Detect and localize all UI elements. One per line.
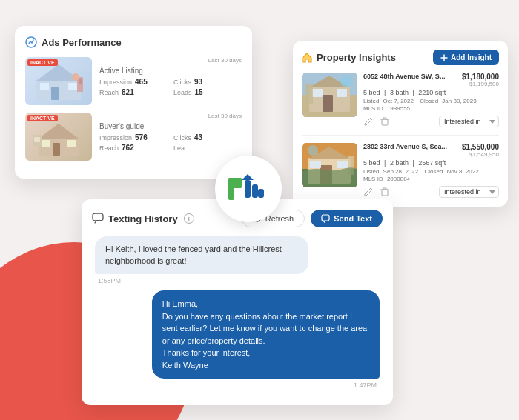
clicks-label-1: Clicks	[173, 79, 191, 86]
plus-icon	[440, 54, 448, 61]
svg-rect-40	[337, 161, 348, 168]
send-text-button[interactable]: Send Text	[311, 210, 383, 227]
interest-select-1[interactable]: Interested in Not Interested Maybe	[439, 116, 499, 127]
property-listing-2: 2802 33rd Avenue S, Sea... $1,550,000 $1…	[302, 143, 499, 198]
stats-period-2: Last 30 days	[99, 113, 242, 119]
reach-stat-1: Reach 821	[99, 88, 168, 96]
svg-marker-5	[242, 174, 254, 180]
svg-marker-18	[39, 124, 79, 139]
ad-thumbnail-1: INACTIVE	[25, 57, 92, 105]
svg-rect-33	[382, 119, 388, 125]
delete-icon-2[interactable]	[380, 187, 390, 197]
svg-rect-29	[312, 89, 323, 97]
property-address-2: 2802 33rd Avenue S, Sea...	[363, 143, 447, 150]
property-actions-1: Interested in Not Interested Maybe	[363, 116, 499, 127]
svg-rect-4	[245, 180, 251, 198]
message-received-1: Hi Keith, I loved the fenced yard and th…	[95, 236, 308, 274]
edit-icon-1[interactable]	[363, 116, 374, 127]
logo-icon	[228, 174, 269, 204]
svg-rect-13	[68, 83, 77, 90]
clicks-label-2: Clicks	[173, 134, 191, 141]
svg-rect-6	[252, 184, 258, 198]
svg-rect-39	[310, 161, 321, 168]
clicks-value-2: 43	[194, 133, 202, 141]
texting-history-card: Texting History i Refresh Send Text Hi	[82, 199, 393, 405]
svg-rect-43	[382, 190, 388, 196]
stats-grid-2: Impression 576 Clicks 43 Reach 762 Lea	[99, 133, 242, 152]
impression-label-2: Impression	[99, 134, 132, 141]
property-title-group: Property Insights	[302, 52, 396, 63]
edit-icon-2[interactable]	[363, 187, 374, 197]
ad-label-1: Active Listing	[99, 67, 242, 75]
property-dates-1: Listed Oct 7, 2022 Closed Jan 30, 2023	[363, 98, 499, 104]
svg-rect-12	[40, 83, 49, 90]
property-actions-2: Interested in Not Interested Maybe	[363, 186, 499, 198]
svg-rect-11	[51, 87, 59, 100]
property-price-1: $1,180,000	[462, 73, 499, 81]
property-image-2	[302, 143, 357, 187]
ad-stats-2: Last 30 days Buyer's guide Impression 57…	[99, 113, 242, 152]
property-action-icons-1	[363, 116, 390, 127]
svg-rect-21	[67, 140, 76, 147]
ads-card-title: Ads Performance	[42, 37, 122, 48]
svg-rect-20	[42, 140, 50, 147]
impression-value-2: 576	[135, 133, 148, 141]
property-details-1: 6052 48th Avenue SW, S... $1,180,000 $1,…	[363, 73, 499, 127]
property-listing-1: 6052 48th Avenue SW, S... $1,180,000 $1,…	[302, 73, 499, 136]
reach-label-2: Reach	[99, 144, 119, 152]
property-price-small-1: $1,199,500	[469, 81, 499, 87]
svg-rect-45	[322, 215, 329, 221]
inactive-badge-1: INACTIVE	[27, 59, 58, 66]
messages-container: Hi Keith, I loved the fenced yard and th…	[92, 236, 383, 389]
impression-label-1: Impression	[99, 79, 132, 86]
property-details-2: 2802 33rd Avenue S, Sea... $1,550,000 $1…	[363, 143, 499, 198]
stats-grid-1: Impression 465 Clicks 93 Reach 821 Leads…	[99, 78, 242, 96]
property-card-title: Property Insights	[317, 52, 396, 63]
message-sent-wrapper-1: Hi Emma, Do you have any questions about…	[95, 290, 380, 379]
svg-rect-28	[323, 95, 333, 112]
reach-stat-2: Reach 762	[99, 144, 168, 152]
add-insight-button[interactable]: Add Insight	[433, 50, 499, 65]
house-photo-bg-2	[302, 143, 357, 187]
impression-stat-2: Impression 576	[99, 133, 168, 141]
leads-stat-1: Leads 15	[173, 88, 242, 96]
house-photo-bg-1	[302, 73, 357, 117]
interest-select-2[interactable]: Interested in Not Interested Maybe	[439, 186, 499, 198]
info-icon: i	[184, 213, 194, 224]
delete-icon-1[interactable]	[380, 116, 390, 127]
home-icon	[302, 53, 312, 63]
message-sent-1: Hi Emma, Do you have any questions about…	[152, 290, 380, 379]
chart-icon	[25, 36, 37, 48]
reach-value-2: 762	[122, 144, 134, 152]
leads-stat-2: Lea	[173, 144, 242, 152]
property-image-1	[302, 73, 357, 117]
property-price-2: $1,550,000	[462, 143, 499, 151]
reach-label-1: Reach	[99, 89, 119, 96]
svg-rect-30	[337, 89, 347, 97]
ad-label-2: Buyer's guide	[99, 122, 242, 130]
impression-stat-1: Impression 465	[99, 78, 168, 86]
property-action-icons-2	[363, 187, 390, 197]
property-specs-1: 5 bed | 3 bath | 2210 sqft	[363, 89, 499, 96]
house-photo-svg-2	[302, 143, 357, 187]
svg-rect-23	[34, 137, 40, 142]
house-photo-svg-1	[302, 73, 357, 117]
message-time-2: 1:47PM	[95, 381, 380, 389]
impression-value-1: 465	[135, 78, 148, 86]
clicks-value-1: 93	[194, 78, 202, 86]
property-mls-1: MLS ID 1989555	[363, 105, 499, 112]
svg-point-32	[340, 76, 352, 87]
message-time-1: 1:58PM	[95, 277, 380, 284]
svg-rect-7	[258, 189, 264, 198]
svg-rect-19	[53, 143, 60, 156]
ad-item-2: INACTIVE Last 30 days Buyer's guide Impr…	[25, 113, 242, 161]
ad-item-1: INACTIVE Last 30 days Active Listing Imp…	[25, 57, 242, 105]
message-icon	[321, 214, 330, 223]
svg-rect-44	[93, 213, 103, 221]
leads-label-1: Leads	[173, 89, 192, 96]
property-card-header: Property Insights Add Insight	[302, 50, 499, 65]
ads-performance-card: Ads Performance INACTIVE Last 30 days	[15, 26, 252, 179]
leads-value-1: 15	[195, 88, 203, 96]
house-illustration-1	[33, 61, 85, 101]
property-price-small-2: $1,549,950	[469, 151, 499, 158]
